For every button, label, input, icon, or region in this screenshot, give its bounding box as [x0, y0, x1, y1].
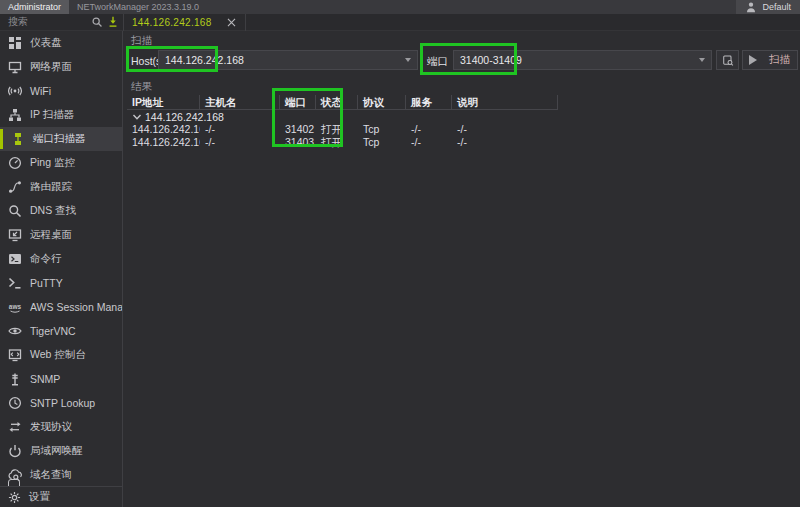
eye-icon: [8, 324, 22, 338]
cell-service: -/-: [406, 136, 452, 149]
sidebar-item-dns-lookup[interactable]: DNS 查找: [0, 199, 122, 223]
remote-desktop-icon: [8, 228, 22, 242]
sidebar-item-label: Web 控制台: [30, 348, 86, 362]
sidebar-item-wifi[interactable]: WiFi: [0, 79, 122, 103]
sidebar-item-label: 远程桌面: [30, 228, 72, 242]
table-row[interactable]: 144.126.242.168 -/- 31403 打开 Tcp -/- -/-: [127, 136, 558, 149]
sidebar-item-label: TigerVNC: [30, 325, 76, 337]
sidebar-item-remote-desktop[interactable]: 远程桌面: [0, 223, 122, 247]
sidebar-item-label: SNTP Lookup: [30, 397, 95, 409]
chevron-down-icon: [405, 58, 411, 62]
port-value: 31400-31409: [460, 54, 693, 66]
sidebar-item-label: Ping 监控: [30, 156, 75, 170]
cell-ip: 144.126.242.168: [127, 123, 200, 136]
app-window: Administrator NETworkManager 2023.3.19.0…: [0, 0, 800, 507]
admin-badge: Administrator: [0, 0, 69, 14]
search-placeholder: 搜索: [8, 15, 91, 29]
divider: [245, 14, 246, 31]
discovery-icon: [8, 420, 22, 434]
snmp-icon: [8, 372, 22, 386]
power-icon: [8, 444, 22, 458]
sidebar-item-clipped-icon[interactable]: [8, 479, 20, 486]
wifi-icon: [8, 84, 22, 98]
gear-icon: [8, 491, 21, 504]
tab-label: 144.126.242.168: [132, 17, 212, 28]
sidebar-item-putty[interactable]: PuTTY: [0, 271, 122, 295]
column-header-port[interactable]: 端口: [280, 95, 316, 109]
sidebar-item-port-scanner[interactable]: 端口扫描器: [0, 127, 122, 151]
cell-protocol: Tcp: [358, 136, 406, 149]
table-header-row: IP地址 主机名 端口 状态 协议 服务 说明: [127, 95, 558, 110]
sidebar-item-powershell[interactable]: 命令行: [0, 247, 122, 271]
sidebar-item-label: AWS Session Manager: [30, 301, 122, 313]
aws-icon: aws: [8, 300, 22, 314]
sidebar-item-ip-scanner[interactable]: IP 扫描器: [0, 103, 122, 127]
cell-description: -/-: [452, 136, 558, 149]
cell-hostname: -/-: [200, 136, 280, 149]
port-label: 端口: [427, 55, 448, 69]
app-title: NETworkManager 2023.3.19.0: [77, 2, 736, 12]
tab-bar: 搜索 144.126.242.168: [0, 14, 800, 31]
sidebar-search[interactable]: 搜索: [0, 14, 123, 30]
sidebar-item-sntp-lookup[interactable]: SNTP Lookup: [0, 391, 122, 415]
group-row[interactable]: 144.126.242.168: [127, 110, 558, 123]
chevron-down-icon[interactable]: [132, 112, 142, 122]
column-header-hostname[interactable]: 主机名: [200, 95, 280, 109]
sidebar-item-label: 路由跟踪: [30, 180, 72, 194]
dock-arrow-icon[interactable]: [107, 16, 119, 28]
sidebar-item-label: 发现协议: [30, 420, 72, 434]
close-icon[interactable]: [226, 17, 237, 28]
sidebar-item-traceroute[interactable]: 路由跟踪: [0, 175, 122, 199]
chevron-down-icon: [699, 58, 705, 62]
clock-icon: [8, 396, 22, 410]
port-combobox[interactable]: 31400-31409: [453, 50, 712, 70]
column-header-ip[interactable]: IP地址: [127, 95, 200, 109]
column-header-status[interactable]: 状态: [316, 95, 358, 109]
sidebar-item-wake-on-lan[interactable]: 局域网唤醒: [0, 439, 122, 463]
scan-button-label: 扫描: [769, 53, 790, 67]
sidebar-item-aws-session-manager[interactable]: awsAWS Session Manager: [0, 295, 122, 319]
sidebar-item-web-console[interactable]: Web 控制台: [0, 343, 122, 367]
sidebar-item-label: IP 扫描器: [30, 108, 74, 122]
table-row[interactable]: 144.126.242.168 -/- 31402 打开 Tcp -/- -/-: [127, 123, 558, 136]
dashboard-icon: [8, 36, 22, 50]
dns-lookup-icon: [8, 204, 22, 218]
ping-monitor-icon: [8, 156, 22, 170]
cell-service: -/-: [406, 123, 452, 136]
profile-search-button[interactable]: [716, 50, 739, 70]
results-section-title: 结果: [131, 80, 152, 94]
sidebar-list: 仪表盘 网络界面 WiFi IP 扫描器 端口扫描器 Ping 监控 路由跟踪 …: [0, 31, 122, 486]
column-header-protocol[interactable]: 协议: [358, 95, 406, 109]
sidebar: 仪表盘 网络界面 WiFi IP 扫描器 端口扫描器 Ping 监控 路由跟踪 …: [0, 31, 123, 507]
cell-ip: 144.126.242.168: [127, 136, 200, 149]
cell-protocol: Tcp: [358, 123, 406, 136]
tab-host[interactable]: 144.126.242.168: [124, 14, 245, 30]
sidebar-item-label: SNMP: [30, 373, 60, 385]
network-interface-icon: [8, 60, 22, 74]
sidebar-item-settings[interactable]: 设置: [0, 486, 122, 507]
sidebar-item-snmp[interactable]: SNMP: [0, 367, 122, 391]
sidebar-item-ping-monitor[interactable]: Ping 监控: [0, 151, 122, 175]
sidebar-item-network-interface[interactable]: 网络界面: [0, 55, 122, 79]
title-bar: Administrator NETworkManager 2023.3.19.0…: [0, 0, 800, 14]
group-row-label: 144.126.242.168: [145, 111, 224, 123]
sidebar-item-label: 网络界面: [30, 60, 72, 74]
sidebar-item-discovery-protocol[interactable]: 发现协议: [0, 415, 122, 439]
page-search-icon: [722, 54, 734, 66]
cell-description: -/-: [452, 123, 558, 136]
sidebar-item-label: 命令行: [30, 252, 62, 266]
scan-button[interactable]: 扫描: [742, 50, 798, 70]
profile-selector[interactable]: Default: [736, 0, 800, 14]
cell-hostname: -/-: [200, 123, 280, 136]
scan-section-title: 扫描: [131, 34, 152, 48]
column-header-service[interactable]: 服务: [406, 95, 452, 109]
host-combobox[interactable]: 144.126.242.168: [158, 50, 418, 70]
sidebar-item-label: 仪表盘: [30, 36, 62, 50]
column-header-description[interactable]: 说明: [452, 95, 558, 109]
sidebar-item-tigervnc[interactable]: TigerVNC: [0, 319, 122, 343]
sidebar-item-label: 端口扫描器: [33, 132, 86, 146]
sidebar-item-label: PuTTY: [30, 277, 63, 289]
sidebar-item-dashboard[interactable]: 仪表盘: [0, 31, 122, 55]
cell-port: 31403: [280, 136, 316, 149]
search-icon[interactable]: [91, 16, 103, 28]
